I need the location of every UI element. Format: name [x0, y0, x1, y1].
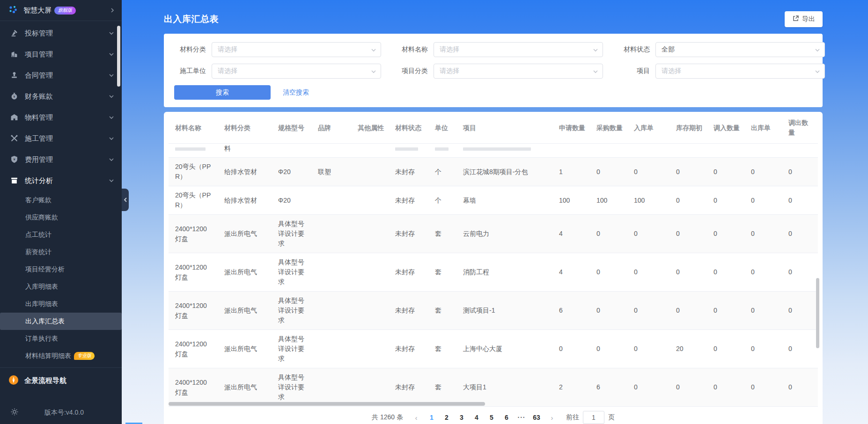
select-placeholder: 请选择 [218, 67, 237, 75]
pagination-page-1[interactable]: 1 [426, 411, 438, 424]
pagination-page-input[interactable] [583, 411, 604, 424]
sidebar-item-4[interactable]: ¥财务账款 [0, 86, 122, 107]
table-cell: 套 [428, 225, 456, 243]
column-header: 材料分类 [218, 117, 272, 139]
pagination-page-4[interactable]: 4 [471, 411, 483, 424]
sidebar-item-5[interactable]: 物料管理 [0, 107, 122, 128]
table-cell: 个 [428, 163, 456, 181]
settings-gear-icon[interactable] [10, 408, 19, 417]
select-placeholder: 请选择 [440, 67, 459, 75]
sidebar-item-8[interactable]: 统计分析 [0, 170, 122, 191]
table-cell: 0 [782, 378, 816, 396]
pagination-next-button[interactable]: › [546, 414, 558, 422]
table-cell [351, 383, 389, 392]
table-cell: 套 [428, 378, 456, 396]
filter-group: 材料名称请选择 [396, 42, 603, 57]
filter-select[interactable]: 请选择 [212, 42, 381, 57]
clipped-text-fragment [463, 147, 531, 151]
table-cell: 派出所电气 [218, 340, 272, 358]
app-logo[interactable]: 智慧大屏 旗舰版 [0, 0, 122, 21]
filter-select[interactable]: 请选择 [434, 64, 603, 79]
sidebar-item-label: 合同管理 [25, 71, 109, 80]
table-cell [169, 144, 218, 154]
clear-search-link[interactable]: 清空搜索 [283, 88, 309, 97]
sidebar-subitem-9[interactable]: 订单执行表 [0, 330, 122, 347]
table-cell: 套 [428, 301, 456, 320]
table-cell: 0 [707, 301, 744, 320]
table-horizontal-scrollbar-thumb[interactable] [169, 402, 485, 406]
flagship-badge: 旗舰版 [54, 7, 76, 15]
pagination-page-suffix: 页 [608, 413, 615, 422]
table-row-5: 2400*1200灯盘派出所电气具体型号详设计要求未封存套测试项目-160000… [169, 292, 818, 330]
pagination-page-63[interactable]: 63 [530, 411, 543, 424]
table-cell: 0 [782, 340, 816, 358]
sidebar-subitem-4[interactable]: 薪资统计 [0, 243, 122, 261]
table-cell: 0 [669, 225, 707, 243]
table-vertical-scrollbar-thumb[interactable] [816, 278, 819, 348]
table-cell: 0 [707, 378, 744, 396]
table-cell: 0 [707, 340, 744, 358]
column-header: 入库单 [627, 117, 669, 139]
filter-group: 项目分类请选择 [396, 64, 603, 79]
table-cell: 套 [428, 340, 456, 358]
table-cell [311, 307, 351, 315]
sidebar-subitem-label: 入库明细表 [25, 283, 58, 291]
table-cell: Φ20 [272, 163, 311, 181]
sidebar-subitem-1[interactable]: 客户账款 [0, 191, 122, 209]
pagination-page-6[interactable]: 6 [500, 411, 513, 424]
pagination-page-3[interactable]: 3 [456, 411, 468, 424]
sidebar-subitem-2[interactable]: 供应商账款 [0, 209, 122, 226]
column-header: 调出数量 [782, 112, 816, 143]
table-cell: 6 [590, 378, 627, 396]
filter-select[interactable]: 请选择 [434, 42, 603, 57]
sidebar-item-panorama-navigation[interactable]: 全景流程导航 [0, 370, 122, 391]
table-cell: 0 [627, 263, 669, 281]
filter-label: 材料名称 [396, 45, 428, 54]
filter-select[interactable]: 全部 [655, 42, 825, 57]
table-cell: 2400*1200灯盘 [169, 258, 218, 286]
clipped-text-fragment [395, 147, 418, 151]
sidebar-subitem-10[interactable]: 材料结算明细表专业版 [0, 347, 122, 365]
search-button[interactable]: 搜索 [174, 85, 271, 100]
filter-label: 施工单位 [174, 67, 206, 75]
column-header: 规格型号 [272, 117, 311, 139]
sidebar-subitem-5[interactable]: 项目经营分析 [0, 261, 122, 278]
table-cell: 4 [552, 263, 590, 281]
select-placeholder: 请选择 [662, 67, 681, 75]
sidebar-subitem-6[interactable]: 入库明细表 [0, 278, 122, 295]
filter-row-2: 施工单位请选择项目分类请选择项目请选择 [174, 64, 812, 79]
pagination-page-5[interactable]: 5 [485, 411, 498, 424]
sidebar-item-2[interactable]: 项目管理 [0, 44, 122, 65]
sidebar-item-1[interactable]: 投标管理 [0, 23, 122, 44]
sidebar-subitem-8[interactable]: 出入库汇总表 [0, 313, 122, 330]
sidebar-subitem-3[interactable]: 点工统计 [0, 226, 122, 243]
table-cell: 100 [627, 191, 669, 210]
filter-select[interactable]: 请选择 [212, 64, 381, 79]
sidebar-scrollbar-thumb[interactable] [117, 26, 120, 87]
table-cell: 具体型号详设计要求 [272, 253, 311, 291]
sidebar-item-6[interactable]: 施工管理 [0, 128, 122, 149]
sidebar-subitem-label: 点工统计 [25, 231, 51, 239]
table-cell: 0 [590, 163, 627, 181]
filter-label: 项目 [618, 67, 650, 75]
sidebar-subitem-7[interactable]: 出库明细表 [0, 295, 122, 313]
pagination-prev-button[interactable]: ‹ [411, 414, 422, 422]
export-button[interactable]: 导出 [785, 11, 823, 27]
pagination-page-2[interactable]: 2 [441, 411, 453, 424]
filter-group: 项目请选择 [618, 64, 825, 79]
column-header: 申请数量 [552, 117, 590, 139]
sidebar-subitem-label: 薪资统计 [25, 248, 51, 256]
table-cell: 未封存 [389, 263, 428, 281]
chevron-down-icon [109, 93, 114, 101]
sidebar-item-7[interactable]: ¥费用管理 [0, 149, 122, 170]
table-cell: 0 [552, 340, 590, 358]
sidebar-item-3[interactable]: 合同管理 [0, 65, 122, 86]
column-header: 材料名称 [169, 117, 218, 139]
table-cell: 0 [744, 225, 782, 243]
table-cell: 2400*1200灯盘 [169, 335, 218, 363]
table-cell: Φ20 [272, 191, 311, 210]
table-cell: 滨江花城8期项目-分包 [456, 163, 552, 181]
filter-select[interactable]: 请选择 [655, 64, 825, 79]
chevron-right-icon [110, 7, 115, 15]
table-cell: 20弯头（PPR） [169, 186, 218, 214]
